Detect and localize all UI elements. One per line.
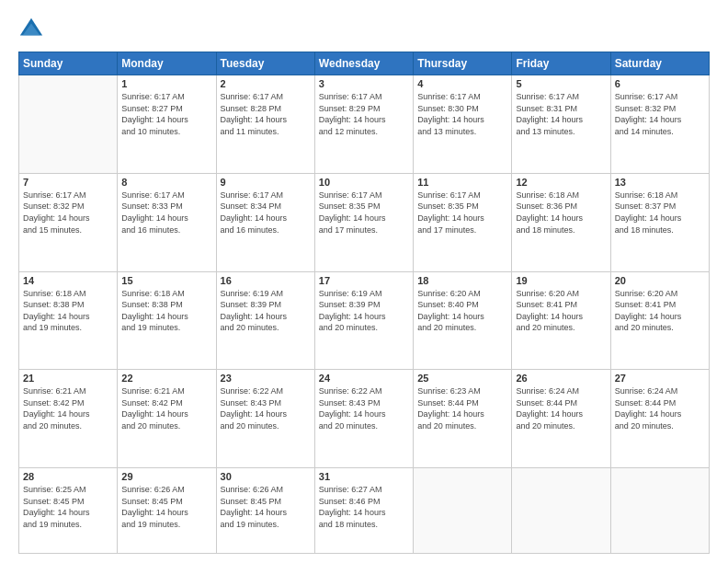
day-number: 31 xyxy=(319,471,409,482)
day-info: Sunrise: 6:17 AM Sunset: 8:32 PM Dayligh… xyxy=(615,91,705,137)
calendar-table: SundayMondayTuesdayWednesdayThursdayFrid… xyxy=(18,52,710,554)
calendar-day-cell xyxy=(19,75,118,174)
day-info: Sunrise: 6:21 AM Sunset: 8:42 PM Dayligh… xyxy=(121,385,211,431)
calendar-day-cell: 15Sunrise: 6:18 AM Sunset: 8:38 PM Dayli… xyxy=(118,271,216,370)
day-info: Sunrise: 6:18 AM Sunset: 8:36 PM Dayligh… xyxy=(516,190,606,236)
day-info: Sunrise: 6:17 AM Sunset: 8:31 PM Dayligh… xyxy=(516,91,606,137)
day-info: Sunrise: 6:17 AM Sunset: 8:34 PM Dayligh… xyxy=(221,190,311,236)
day-info: Sunrise: 6:17 AM Sunset: 8:32 PM Dayligh… xyxy=(23,190,113,236)
day-number: 20 xyxy=(615,275,705,286)
day-number: 24 xyxy=(319,373,409,384)
day-info: Sunrise: 6:22 AM Sunset: 8:43 PM Dayligh… xyxy=(319,385,409,431)
calendar-day-cell: 4Sunrise: 6:17 AM Sunset: 8:30 PM Daylig… xyxy=(414,75,512,174)
calendar-day-cell: 10Sunrise: 6:17 AM Sunset: 8:35 PM Dayli… xyxy=(314,173,413,271)
day-number: 15 xyxy=(121,275,211,286)
day-number: 18 xyxy=(417,275,507,286)
day-number: 26 xyxy=(516,373,606,384)
day-info: Sunrise: 6:24 AM Sunset: 8:44 PM Dayligh… xyxy=(615,385,705,431)
calendar-day-cell: 23Sunrise: 6:22 AM Sunset: 8:43 PM Dayli… xyxy=(216,370,314,468)
weekday-header-friday: Friday xyxy=(512,52,610,75)
day-number: 5 xyxy=(516,78,606,89)
calendar-day-cell: 31Sunrise: 6:27 AM Sunset: 8:46 PM Dayli… xyxy=(314,468,413,554)
calendar-week-row: 1Sunrise: 6:17 AM Sunset: 8:27 PM Daylig… xyxy=(19,75,710,174)
calendar-day-cell: 21Sunrise: 6:21 AM Sunset: 8:42 PM Dayli… xyxy=(19,370,118,468)
day-number: 6 xyxy=(615,78,705,89)
calendar-day-cell: 19Sunrise: 6:20 AM Sunset: 8:41 PM Dayli… xyxy=(512,271,610,370)
calendar-day-cell: 27Sunrise: 6:24 AM Sunset: 8:44 PM Dayli… xyxy=(610,370,709,468)
day-info: Sunrise: 6:20 AM Sunset: 8:40 PM Dayligh… xyxy=(417,288,507,334)
day-info: Sunrise: 6:20 AM Sunset: 8:41 PM Dayligh… xyxy=(615,288,705,334)
day-info: Sunrise: 6:17 AM Sunset: 8:29 PM Dayligh… xyxy=(319,91,409,137)
calendar-day-cell: 2Sunrise: 6:17 AM Sunset: 8:28 PM Daylig… xyxy=(216,75,314,174)
calendar-day-cell: 20Sunrise: 6:20 AM Sunset: 8:41 PM Dayli… xyxy=(610,271,709,370)
day-info: Sunrise: 6:27 AM Sunset: 8:46 PM Dayligh… xyxy=(319,484,409,530)
day-info: Sunrise: 6:21 AM Sunset: 8:42 PM Dayligh… xyxy=(23,385,113,431)
day-info: Sunrise: 6:17 AM Sunset: 8:35 PM Dayligh… xyxy=(319,190,409,236)
day-number: 2 xyxy=(221,78,311,89)
day-number: 21 xyxy=(23,373,113,384)
weekday-header-saturday: Saturday xyxy=(610,52,709,75)
calendar-day-cell: 30Sunrise: 6:26 AM Sunset: 8:45 PM Dayli… xyxy=(216,468,314,554)
day-info: Sunrise: 6:19 AM Sunset: 8:39 PM Dayligh… xyxy=(319,288,409,334)
calendar-week-row: 14Sunrise: 6:18 AM Sunset: 8:38 PM Dayli… xyxy=(19,271,710,370)
day-number: 1 xyxy=(121,78,211,89)
calendar-week-row: 28Sunrise: 6:25 AM Sunset: 8:45 PM Dayli… xyxy=(19,468,710,554)
calendar-week-row: 7Sunrise: 6:17 AM Sunset: 8:32 PM Daylig… xyxy=(19,173,710,271)
day-number: 19 xyxy=(516,275,606,286)
day-info: Sunrise: 6:17 AM Sunset: 8:27 PM Dayligh… xyxy=(121,91,211,137)
day-number: 25 xyxy=(417,373,507,384)
calendar-day-cell: 28Sunrise: 6:25 AM Sunset: 8:45 PM Dayli… xyxy=(19,468,118,554)
weekday-header-tuesday: Tuesday xyxy=(216,52,314,75)
logo xyxy=(18,17,48,42)
calendar-day-cell: 7Sunrise: 6:17 AM Sunset: 8:32 PM Daylig… xyxy=(19,173,118,271)
day-number: 3 xyxy=(319,78,409,89)
weekday-header-row: SundayMondayTuesdayWednesdayThursdayFrid… xyxy=(19,52,710,75)
calendar-day-cell: 11Sunrise: 6:17 AM Sunset: 8:35 PM Dayli… xyxy=(414,173,512,271)
day-info: Sunrise: 6:17 AM Sunset: 8:33 PM Dayligh… xyxy=(121,190,211,236)
day-number: 27 xyxy=(615,373,705,384)
calendar-day-cell: 3Sunrise: 6:17 AM Sunset: 8:29 PM Daylig… xyxy=(314,75,413,174)
day-number: 12 xyxy=(516,177,606,188)
day-info: Sunrise: 6:17 AM Sunset: 8:28 PM Dayligh… xyxy=(221,91,311,137)
calendar-day-cell: 24Sunrise: 6:22 AM Sunset: 8:43 PM Dayli… xyxy=(314,370,413,468)
calendar-week-row: 21Sunrise: 6:21 AM Sunset: 8:42 PM Dayli… xyxy=(19,370,710,468)
calendar-day-cell xyxy=(610,468,709,554)
day-info: Sunrise: 6:26 AM Sunset: 8:45 PM Dayligh… xyxy=(221,484,311,530)
day-info: Sunrise: 6:18 AM Sunset: 8:38 PM Dayligh… xyxy=(121,288,211,334)
day-number: 10 xyxy=(319,177,409,188)
day-number: 13 xyxy=(615,177,705,188)
day-number: 16 xyxy=(221,275,311,286)
calendar-day-cell xyxy=(512,468,610,554)
calendar-day-cell: 9Sunrise: 6:17 AM Sunset: 8:34 PM Daylig… xyxy=(216,173,314,271)
page: SundayMondayTuesdayWednesdayThursdayFrid… xyxy=(0,0,728,563)
weekday-header-wednesday: Wednesday xyxy=(314,52,413,75)
day-number: 30 xyxy=(221,471,311,482)
day-number: 4 xyxy=(417,78,507,89)
calendar-day-cell: 26Sunrise: 6:24 AM Sunset: 8:44 PM Dayli… xyxy=(512,370,610,468)
day-number: 9 xyxy=(221,177,311,188)
calendar-day-cell: 12Sunrise: 6:18 AM Sunset: 8:36 PM Dayli… xyxy=(512,173,610,271)
day-info: Sunrise: 6:19 AM Sunset: 8:39 PM Dayligh… xyxy=(221,288,311,334)
day-number: 14 xyxy=(23,275,113,286)
day-info: Sunrise: 6:25 AM Sunset: 8:45 PM Dayligh… xyxy=(23,484,113,530)
calendar-day-cell xyxy=(414,468,512,554)
day-info: Sunrise: 6:22 AM Sunset: 8:43 PM Dayligh… xyxy=(221,385,311,431)
day-info: Sunrise: 6:17 AM Sunset: 8:30 PM Dayligh… xyxy=(417,91,507,137)
day-number: 22 xyxy=(121,373,211,384)
header xyxy=(18,17,710,42)
day-info: Sunrise: 6:17 AM Sunset: 8:35 PM Dayligh… xyxy=(417,190,507,236)
day-info: Sunrise: 6:26 AM Sunset: 8:45 PM Dayligh… xyxy=(121,484,211,530)
calendar-day-cell: 1Sunrise: 6:17 AM Sunset: 8:27 PM Daylig… xyxy=(118,75,216,174)
day-info: Sunrise: 6:24 AM Sunset: 8:44 PM Dayligh… xyxy=(516,385,606,431)
day-info: Sunrise: 6:18 AM Sunset: 8:38 PM Dayligh… xyxy=(23,288,113,334)
logo-icon xyxy=(18,17,44,42)
day-number: 29 xyxy=(121,471,211,482)
day-number: 17 xyxy=(319,275,409,286)
calendar-day-cell: 25Sunrise: 6:23 AM Sunset: 8:44 PM Dayli… xyxy=(414,370,512,468)
day-number: 8 xyxy=(121,177,211,188)
weekday-header-sunday: Sunday xyxy=(19,52,118,75)
day-number: 7 xyxy=(23,177,113,188)
calendar-day-cell: 16Sunrise: 6:19 AM Sunset: 8:39 PM Dayli… xyxy=(216,271,314,370)
calendar-day-cell: 6Sunrise: 6:17 AM Sunset: 8:32 PM Daylig… xyxy=(610,75,709,174)
calendar-day-cell: 18Sunrise: 6:20 AM Sunset: 8:40 PM Dayli… xyxy=(414,271,512,370)
